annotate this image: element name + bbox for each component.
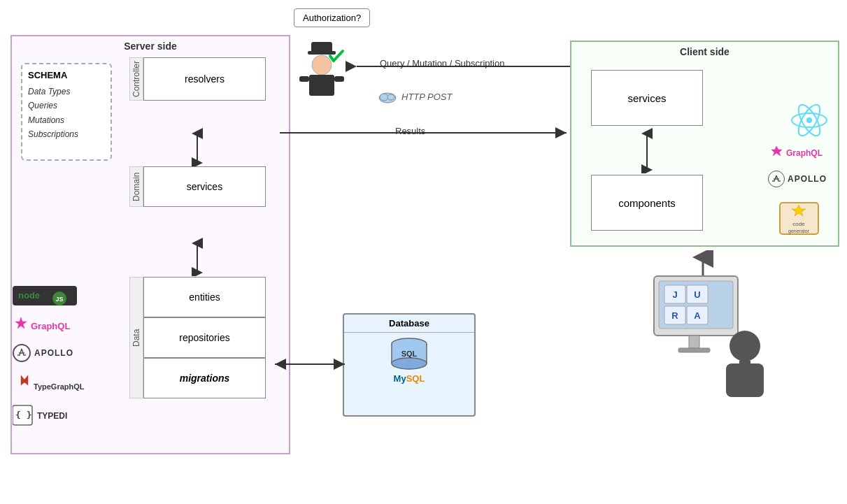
apollo-left-logo: APOLLO [13, 344, 73, 362]
svg-point-11 [387, 94, 394, 100]
client-components-box: components [591, 175, 703, 231]
svg-text:TYPEDI: TYPEDI [37, 411, 67, 421]
typedi-logo: { } TYPEDI [13, 404, 83, 431]
svg-text:R: R [671, 310, 678, 321]
schema-mutations: Mutations [28, 113, 105, 127]
svg-rect-24 [689, 336, 699, 348]
computer-user-area: J U R A [650, 273, 776, 412]
client-services-label: services [627, 92, 666, 104]
domain-label: Domain [129, 166, 143, 207]
svg-rect-6 [299, 76, 309, 82]
auth-bubble: Authorization? [294, 8, 370, 27]
repositories-label: repositories [179, 332, 229, 343]
controller-layer: Controller resolvers [129, 57, 266, 101]
svg-marker-43 [21, 375, 28, 385]
results-label: Results [395, 126, 425, 136]
schema-items: Data Types Queries Mutations Subscriptio… [28, 85, 105, 142]
domain-layer: Domain services [129, 166, 266, 207]
typegraphql-logo: TypeGraphQL [13, 374, 93, 402]
client-components-label: components [618, 197, 676, 209]
apollo-circle-left [13, 344, 31, 362]
svg-point-18 [392, 358, 427, 369]
codegen-logo-area: code generator [776, 199, 822, 240]
svg-rect-5 [309, 75, 334, 96]
migrations-label: migrations [180, 373, 230, 384]
controller-label: Controller [129, 57, 143, 101]
vertical-double-arrow-2 [190, 238, 204, 276]
client-vert-arrow-svg [640, 128, 654, 173]
sql-cylinder: SQL [388, 337, 430, 372]
graphql-left-logo: GraphQL [13, 315, 90, 340]
vertical-double-arrow-1 [190, 128, 204, 166]
svg-rect-3 [311, 42, 332, 55]
qms-text: Query / Mutation / Subscription [380, 58, 504, 69]
services-server-label: services [187, 181, 222, 192]
svg-rect-7 [334, 76, 344, 82]
repositories-box: repositories [143, 317, 266, 358]
svg-text:U: U [694, 289, 700, 300]
apollo-text-left: APOLLO [34, 348, 73, 358]
database-title: Database [344, 315, 474, 333]
services-server-box: services [143, 166, 266, 207]
entities-box: entities [143, 277, 266, 317]
nodejs-svg: node JS [13, 283, 79, 310]
schema-datatypes: Data Types [28, 85, 105, 99]
svg-text:J: J [672, 289, 677, 300]
arrow-domain-data [190, 238, 204, 276]
svg-text:{ }: { } [15, 410, 31, 420]
schema-queries: Queries [28, 99, 105, 113]
auth-label: Authorization? [303, 13, 361, 23]
svg-rect-36 [739, 361, 750, 368]
graphql-right-svg: GraphQL [769, 143, 843, 164]
schema-title: SCHEMA [28, 70, 105, 80]
data-label: Data [129, 277, 143, 398]
svg-text:A: A [694, 310, 701, 321]
svg-text:generator: generator [788, 229, 810, 234]
svg-point-10 [380, 94, 388, 101]
client-title: Client side [571, 42, 838, 62]
svg-text:SQL: SQL [401, 350, 418, 358]
svg-point-51 [806, 117, 812, 123]
data-layer: Data entities repositories migrations [129, 277, 266, 398]
resolvers-box: resolvers [143, 57, 266, 101]
graphql-left-svg: GraphQL [13, 315, 90, 337]
svg-text:GraphQL: GraphQL [786, 148, 823, 158]
apollo-circle-right [768, 171, 785, 187]
results-text: Results [395, 126, 425, 136]
cloud-icon [378, 89, 397, 103]
svg-marker-52 [771, 146, 782, 156]
graphql-right-logo: GraphQL [769, 143, 843, 167]
apollo-icon-left [16, 348, 27, 358]
svg-rect-25 [678, 348, 710, 352]
server-title: Server side [12, 36, 289, 56]
react-logo-area [790, 101, 829, 143]
resolvers-label: resolvers [185, 73, 225, 85]
arrow-ctrl-domain [190, 128, 204, 166]
svg-rect-35 [726, 363, 764, 397]
nodejs-logo-area: node JS [13, 283, 79, 312]
http-post-label: HTTP POST [401, 92, 452, 102]
svg-text:code: code [792, 221, 805, 227]
schema-box: SCHEMA Data Types Queries Mutations Subs… [21, 63, 112, 161]
apollo-right-logo: APOLLO [768, 171, 827, 187]
computer-user-svg: J U R A [650, 273, 773, 405]
mysql-logo: MySQL [394, 373, 425, 384]
typedi-svg: { } TYPEDI [13, 404, 83, 428]
client-services-box: services [591, 70, 703, 126]
database-box: Database SQL MySQL [343, 313, 476, 417]
migrations-box: migrations [143, 358, 266, 398]
svg-text:TypeGraphQL: TypeGraphQL [34, 382, 85, 391]
svg-text:node: node [18, 290, 40, 301]
svg-text:JS: JS [55, 296, 63, 303]
schema-subscriptions: Subscriptions [28, 127, 105, 141]
repo-db-arrow [271, 357, 348, 372]
http-post-area: HTTP POST [378, 89, 452, 103]
typegraphql-svg: TypeGraphQL [13, 374, 93, 399]
codegen-svg: code generator [776, 199, 822, 238]
apollo-icon-right [771, 175, 781, 183]
svg-point-34 [729, 331, 760, 361]
svg-text:GraphQL: GraphQL [31, 321, 70, 331]
qms-label: Query / Mutation / Subscription [380, 58, 504, 69]
entities-label: entities [189, 291, 220, 303]
react-svg [790, 101, 829, 140]
